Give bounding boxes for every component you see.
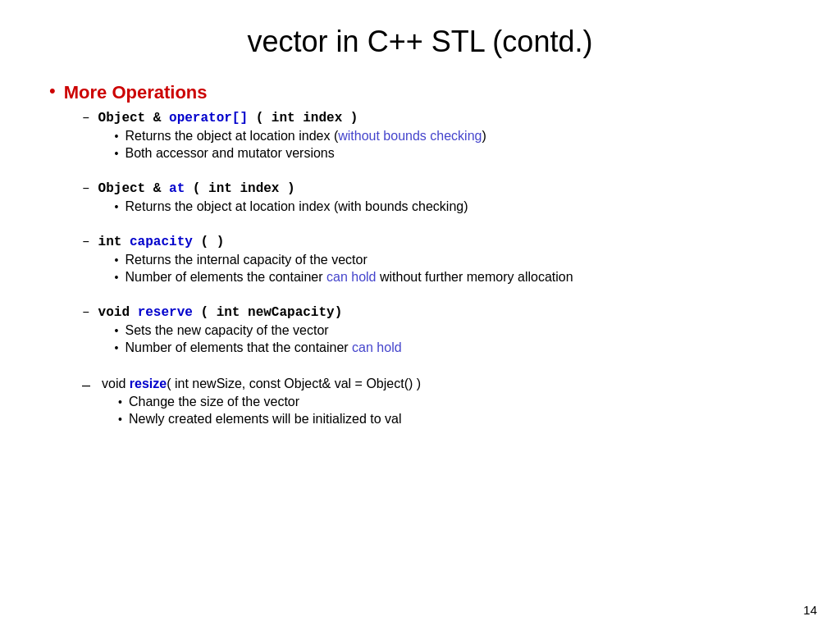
reserve-sub-1: • Sets the new capacity of the vector: [115, 323, 402, 338]
sub-items: – Object & operator[] ( int index ) • Re…: [82, 110, 791, 431]
capacity-signature: int capacity ( ): [98, 235, 225, 249]
at-signature: Object & at ( int index ): [98, 181, 295, 196]
dash-char-1: –: [82, 111, 90, 126]
slide-content: • More Operations – Object & operator[] …: [49, 82, 791, 431]
resize-sub-2-text: Newly created elements will be initializ…: [129, 412, 402, 427]
capacity-sub-2-text: Number of elements the container can hol…: [126, 270, 573, 285]
dash-char-2: –: [82, 181, 90, 196]
bullet-dot-5: •: [115, 271, 119, 284]
resize-item: – void resize( int newSize, const Object…: [82, 377, 791, 431]
bullet-dot-7: •: [115, 341, 119, 354]
bullet-dot-4: •: [115, 253, 119, 267]
operator-sub-1-text: Returns the object at location index (wi…: [126, 129, 486, 144]
at-suffix: ( int index ): [185, 181, 294, 196]
bullet-dot-3: •: [115, 200, 119, 213]
resize-sub-1: • Change the size of the vector: [118, 395, 421, 409]
at-sub-1: • Returns the object at location index (…: [115, 199, 468, 214]
dash-char-3: –: [82, 235, 90, 249]
slide: vector in C++ STL (contd.) • More Operat…: [0, 0, 840, 630]
reserve-suffix: ( int newCapacity): [193, 305, 342, 320]
reserve-sub-2: • Number of elements that the container …: [115, 340, 402, 355]
bullet-dot-9: •: [118, 413, 122, 426]
slide-number: 14: [803, 603, 817, 617]
dash-char-4: –: [82, 305, 90, 320]
capacity-sub-bullets: • Returns the internal capacity of the v…: [115, 253, 573, 285]
without-bounds-text: without bounds checking: [338, 129, 482, 143]
operator-prefix: Object &: [98, 111, 169, 126]
reserve-content: void reserve ( int newCapacity) • Sets t…: [98, 304, 402, 360]
can-hold-1: can hold: [326, 270, 377, 284]
bullet-dot-8: •: [118, 395, 122, 409]
operator-item: – Object & operator[] ( int index ) • Re…: [82, 110, 791, 166]
bullet-dot-2: •: [115, 147, 119, 160]
at-blue: at: [169, 181, 185, 196]
reserve-prefix: void: [98, 305, 138, 320]
capacity-sub-1: • Returns the internal capacity of the v…: [115, 253, 573, 267]
resize-prefix: void: [102, 377, 130, 390]
operator-blue: operator[]: [169, 111, 248, 126]
reserve-sub-2-text: Number of elements that the container ca…: [126, 340, 402, 355]
dash-char-5: –: [82, 377, 90, 394]
capacity-suffix: ( ): [193, 235, 224, 249]
capacity-prefix: int: [98, 235, 130, 249]
operator-content: Object & operator[] ( int index ) • Retu…: [98, 110, 486, 166]
reserve-sub-bullets: • Sets the new capacity of the vector • …: [115, 323, 402, 355]
bullet-dot: •: [49, 80, 56, 102]
resize-sub-2: • Newly created elements will be initial…: [118, 412, 421, 427]
resize-blue: resize: [130, 377, 167, 390]
resize-signature: void resize( int newSize, const Object& …: [102, 377, 421, 390]
can-hold-2: can hold: [352, 340, 402, 354]
reserve-blue: reserve: [138, 305, 193, 320]
at-item: – Object & at ( int index ) • Returns th…: [82, 180, 791, 219]
at-sub-bullets: • Returns the object at location index (…: [115, 199, 468, 214]
operator-suffix: ( int index ): [248, 111, 358, 126]
operator-sub-2: • Both accessor and mutator versions: [115, 146, 486, 161]
reserve-signature: void reserve ( int newCapacity): [98, 305, 343, 320]
slide-title: vector in C++ STL (contd.): [49, 25, 791, 59]
at-prefix: Object &: [98, 181, 169, 196]
resize-sub-1-text: Change the size of the vector: [129, 395, 299, 409]
main-bullet: • More Operations: [49, 82, 791, 103]
capacity-sub-1-text: Returns the internal capacity of the vec…: [126, 253, 368, 267]
operator-sub-2-text: Both accessor and mutator versions: [126, 146, 335, 161]
at-content: Object & at ( int index ) • Returns the …: [98, 180, 468, 219]
bullet-dot-1: •: [115, 130, 119, 143]
reserve-item: – void reserve ( int newCapacity) • Sets…: [82, 304, 791, 360]
capacity-blue: capacity: [130, 235, 193, 249]
capacity-sub-2: • Number of elements the container can h…: [115, 270, 573, 285]
resize-sub-bullets: • Change the size of the vector • Newly …: [118, 395, 421, 427]
operator-signature: Object & operator[] ( int index ): [98, 111, 358, 126]
capacity-item: – int capacity ( ) • Returns the interna…: [82, 234, 791, 290]
at-sub-1-text: Returns the object at location index (wi…: [126, 199, 468, 214]
resize-content: void resize( int newSize, const Object& …: [102, 377, 421, 431]
operator-sub-1: • Returns the object at location index (…: [115, 129, 486, 144]
operator-sub-bullets: • Returns the object at location index (…: [115, 129, 486, 161]
capacity-content: int capacity ( ) • Returns the internal …: [98, 234, 573, 290]
resize-suffix: ( int newSize, const Object& val = Objec…: [167, 377, 421, 390]
main-bullet-text: More Operations: [64, 82, 208, 103]
reserve-sub-1-text: Sets the new capacity of the vector: [126, 323, 329, 338]
bullet-dot-6: •: [115, 324, 119, 337]
